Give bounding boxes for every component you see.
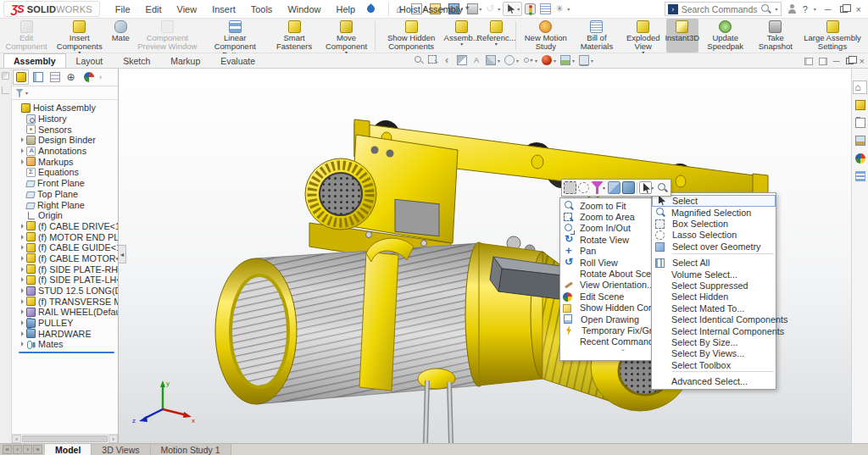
ribbon-separator[interactable]: ▾ (375, 21, 376, 50)
menu-item[interactable]: View (170, 3, 204, 16)
component-preview-window-button[interactable]: Component Preview Window ▾ (133, 19, 201, 53)
view-settings-icon[interactable]: ▾ (578, 55, 594, 65)
menu-item[interactable]: Select over Geometry (652, 241, 776, 252)
menu-item[interactable]: Advanced Select... (652, 375, 776, 386)
search-input[interactable] (682, 4, 757, 14)
zoom-to-fit-icon[interactable]: ▾ (413, 55, 425, 65)
evaluate-table-icon[interactable]: ▾ (538, 3, 553, 15)
tree-item[interactable]: Front Plane (14, 178, 118, 189)
appearances-icon[interactable] (853, 152, 867, 165)
bottom-tab[interactable]: 3D Views (92, 444, 150, 455)
edit-appearance-icon[interactable]: ▾ (541, 55, 557, 65)
tree-item[interactable]: History (14, 114, 118, 125)
select-cursor-icon[interactable]: ▾ (639, 181, 654, 194)
tree-item[interactable]: HARDWARE (14, 328, 118, 339)
tree-item[interactable]: Markups (14, 156, 118, 167)
menu-item[interactable]: File (108, 3, 137, 16)
view-orientation-icon[interactable]: ▾ (485, 55, 501, 65)
apply-scene-icon[interactable]: ▾ (559, 55, 576, 65)
menu-item[interactable]: Select Identical Components (652, 314, 776, 325)
print-icon[interactable]: ▾ (465, 3, 483, 15)
save-icon[interactable]: ▾ (447, 3, 465, 15)
pane-right-icon[interactable] (819, 58, 827, 65)
minimize-button[interactable]: ─ (821, 4, 835, 14)
zoom-to-area-icon[interactable]: ▾ (427, 55, 439, 65)
update-speedpak-button[interactable]: Update Speedpak ▾ (698, 19, 753, 53)
panel-tab-overflow[interactable]: › (99, 73, 102, 81)
command-tab[interactable]: Assembly (3, 53, 66, 68)
tree-item[interactable]: PULLEY (14, 318, 118, 329)
menu-item[interactable]: Select By Views... (652, 348, 776, 359)
tree-item[interactable]: Top Plane (14, 189, 118, 200)
search-dropdown-caret[interactable]: ▾ (776, 6, 778, 12)
pane-left-icon[interactable] (804, 58, 813, 65)
insert-components-button[interactable]: Insert Components ▾ (51, 19, 108, 53)
tree-item[interactable]: Sensors (14, 124, 118, 135)
bottom-tab[interactable]: Model (45, 444, 92, 455)
view-palette-icon[interactable] (853, 134, 867, 147)
menu-item[interactable]: Lasso Selection (652, 230, 776, 241)
custom-properties-icon[interactable] (853, 169, 867, 183)
pin-menu-icon[interactable] (365, 3, 376, 14)
tree-item[interactable]: RAIL WHEEL(Default)(4) (14, 307, 118, 318)
mate-button[interactable]: Mate ▾ (108, 19, 133, 53)
menu-item[interactable]: Select Mated To... (652, 302, 776, 314)
displaymanager-tab[interactable] (81, 69, 97, 85)
menu-item[interactable]: Select Internal Components (652, 325, 776, 336)
hide-show-items-icon[interactable]: ▾ (522, 55, 538, 65)
tree-item[interactable]: STUD 12.5 LONG(Default)(2) (14, 286, 118, 297)
menu-item[interactable]: Edit (139, 3, 169, 16)
design-library-icon[interactable] (853, 98, 867, 112)
new-motion-study-button[interactable]: New Motion Study ▾ (518, 19, 573, 53)
bill-of-materials-button[interactable]: Bill of Materials ▾ (573, 19, 620, 53)
file-explorer-icon[interactable] (853, 116, 867, 130)
selection-filter-icon[interactable]: ▾ (591, 181, 606, 194)
select-all-icon[interactable]: ▾ (608, 181, 620, 194)
tree-root-item[interactable]: Hoist Assembly (14, 103, 118, 114)
doc-minimize-button[interactable]: ─ (833, 56, 840, 66)
rollback-bar[interactable] (19, 352, 114, 353)
filter-caret[interactable]: ▾ (25, 90, 28, 96)
doc-restore-button[interactable] (846, 58, 854, 64)
menu-item[interactable]: Select All (652, 258, 776, 269)
instant3d-button[interactable]: Instant3D ▾ (666, 19, 698, 53)
prev-tab-button[interactable]: ‹ (13, 445, 22, 454)
traffic-light-icon[interactable]: ▾ (523, 3, 537, 15)
scrollbar-thumb[interactable] (22, 436, 108, 442)
previous-view-icon[interactable]: ▾ (442, 55, 453, 65)
tree-item[interactable]: (f) CABLE GUIDE<1> (14, 242, 118, 253)
tree-item[interactable]: (f) SIDE PLATE-RH<1> (14, 264, 118, 275)
command-tab[interactable]: Layout (66, 53, 114, 68)
ribbon-separator[interactable]: ▾ (515, 21, 516, 50)
user-account-icon[interactable] (787, 3, 798, 14)
undo-icon[interactable]: ▾ (484, 3, 502, 15)
featuremanager-tab[interactable] (13, 69, 29, 85)
command-tab[interactable]: Markup (160, 53, 210, 68)
menu-item[interactable]: Help (330, 3, 363, 16)
move-component-button[interactable]: Move Component ▾ (320, 19, 373, 53)
menu-item[interactable]: Box Selection (652, 218, 776, 229)
menu-item[interactable]: Tools (244, 3, 280, 16)
exploded-view-button[interactable]: Exploded View ▾ (620, 19, 666, 53)
menu-item[interactable]: Select By Size... (652, 336, 776, 347)
tree-item[interactable]: (f) CABLE DRIVE<1> (14, 221, 118, 232)
section-view-icon[interactable]: ▾ (456, 55, 468, 65)
filter-funnel-icon[interactable] (15, 89, 24, 97)
home-icon[interactable]: ▾ (394, 3, 409, 15)
menu-item[interactable]: Select (652, 195, 776, 207)
linear-component-pattern-button[interactable]: Linear Component Pattern ▾ (201, 19, 269, 53)
tree-item[interactable]: (f) MOTOR END PLATE<1> (14, 231, 118, 242)
configurationmanager-tab[interactable] (47, 69, 63, 85)
tree-item[interactable]: (f) TRANSVERSE MOTOR<1> (14, 296, 118, 307)
show-hidden-components-button[interactable]: Show Hidden Components ▾ (377, 19, 445, 53)
tree-item[interactable]: Equations (14, 167, 118, 178)
scroll-right-button[interactable]: › (108, 435, 118, 443)
tree-horizontal-scrollbar[interactable]: ‹ › (12, 434, 118, 443)
take-snapshot-button[interactable]: Take Snapshot ▾ (753, 19, 798, 53)
menu-item[interactable]: Window (281, 3, 327, 16)
help-dropdown-caret[interactable]: ▾ (814, 6, 816, 12)
open-file-icon[interactable]: ▾ (428, 3, 446, 15)
tree-item[interactable]: Annotations (14, 146, 118, 157)
menu-item[interactable]: Insert (205, 3, 242, 16)
assembly-features-button[interactable]: Assemb... ▾ (445, 19, 478, 53)
